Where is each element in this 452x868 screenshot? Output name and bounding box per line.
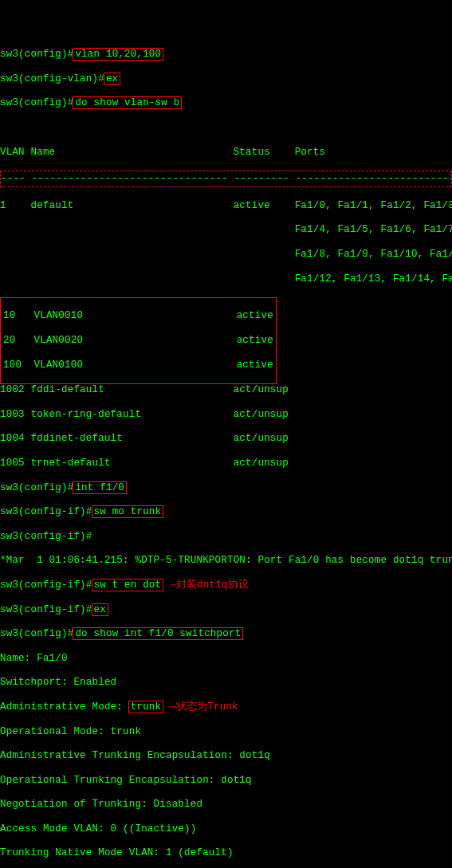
line: Operational Mode: trunk <box>0 726 452 738</box>
vlan-row: 1003 token-ring-default act/unsup <box>0 409 452 421</box>
line: sw3(config)#int f1/0 <box>0 482 452 494</box>
vlan-row: Fa1/8, Fa1/9, Fa1/10, Fa1/11 <box>0 249 452 261</box>
vlan-header: VLAN Name Status Ports <box>0 147 452 159</box>
line: sw3(config-if)#sw mo trunk <box>0 506 452 518</box>
vlan-row: 10 VLAN0010 active <box>1 310 276 322</box>
line: sw3(config-if)# <box>0 531 452 543</box>
line: Administrative Trunking Encapsulation: d… <box>0 750 452 762</box>
line: sw3(config-if)#sw t en dot →封装dot1q协议 <box>0 579 452 591</box>
line: Negotiation of Trunking: Disabled <box>0 799 452 811</box>
vlan-row: 1 default active Fa1/0, Fa1/1, Fa1/2, Fa… <box>0 200 452 212</box>
line: sw3(config-if)#ex <box>0 604 452 616</box>
cmd-sw-t-en-dot: sw t en dot <box>92 579 164 591</box>
cmd-int-f10: int f1/0 <box>73 481 127 494</box>
vlan-row: Fa1/4, Fa1/5, Fa1/6, Fa1/7 <box>0 224 452 236</box>
line: Administrative Mode: trunk →状态为Trunk <box>0 701 452 713</box>
annotation: 封装dot1q协议 <box>176 579 249 591</box>
line: Name: Fa1/0 <box>0 653 452 665</box>
cmd-sw-mo-trunk: sw mo trunk <box>92 505 164 518</box>
cmd-vlan: vlan 10,20,100 <box>73 48 163 61</box>
vlan-row: 100 VLAN0100 active <box>1 359 276 371</box>
vlan-row: Fa1/12, Fa1/13, Fa1/14, Fa1/15 <box>0 273 452 285</box>
line: sw3(config)#vlan 10,20,100 <box>0 49 452 61</box>
line: Operational Trunking Encapsulation: dot1… <box>0 775 452 787</box>
line: sw3(config)#do show vlan-sw b <box>0 97 452 109</box>
line: Switchport: Enabled <box>0 677 452 689</box>
cmd-do-show-int: do show int f1/0 switchport <box>73 627 243 640</box>
vlan-row: 1005 trnet-default act/unsup <box>0 458 452 469</box>
cmd-ex: ex <box>104 73 120 85</box>
vlan-row: 20 VLAN0020 active <box>1 335 276 347</box>
line: sw3(config-vlan)#ex <box>0 73 452 85</box>
arrow-icon: → <box>163 579 175 591</box>
line: *Mar 1 01:06:41.215: %DTP-5-TRUNKPORTON:… <box>0 555 452 567</box>
cmd-show-vlan: do show vlan-sw b <box>73 96 182 109</box>
vlan-row: 1002 fddi-default act/unsup <box>0 384 452 396</box>
line: sw3(config)#do show int f1/0 switchport <box>0 628 452 640</box>
arrow-icon: → <box>163 701 175 713</box>
annotation: 状态为Trunk <box>176 701 238 713</box>
vlan-created-box: 10 VLAN0010 active 20 VLAN0020 active 10… <box>0 297 277 384</box>
vlan-dash: ---- -------------------------------- --… <box>0 171 452 187</box>
mode-trunk: trunk <box>128 701 164 713</box>
watermark-logo: 创新互联 CHUANG XIN HU LIAN <box>366 825 446 862</box>
vlan-row: 1004 fddinet-default act/unsup <box>0 433 452 445</box>
cmd-ex: ex <box>92 603 108 616</box>
